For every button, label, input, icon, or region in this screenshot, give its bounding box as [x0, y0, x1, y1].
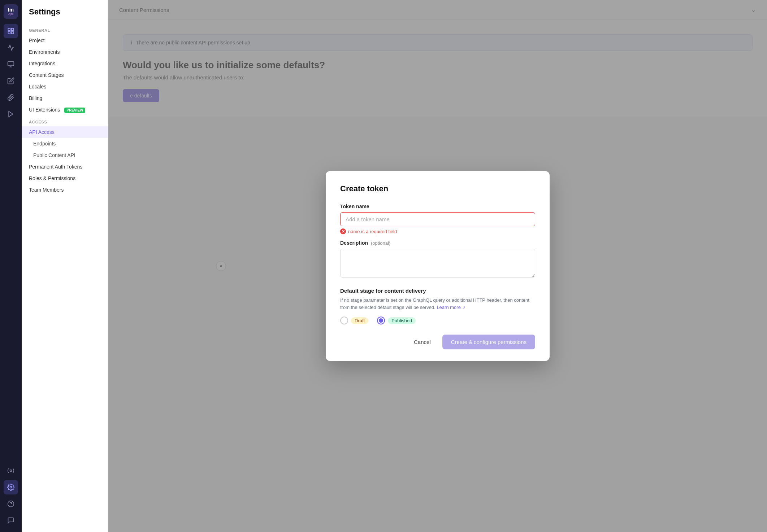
create-token-dialog: Create token Token name ✕ name is a requ… [326, 171, 550, 361]
access-section-label: ACCESS [22, 115, 108, 126]
sidebar-item-api-access[interactable]: API Access [22, 126, 108, 138]
stage-section-label: Default stage for content delivery [340, 288, 535, 294]
error-message-container: ✕ name is a required field [340, 228, 535, 234]
preview-badge: PREVIEW [64, 108, 85, 113]
sidebar-item-endpoints[interactable]: Endpoints [22, 138, 108, 149]
sidebar-item-play[interactable] [4, 107, 18, 121]
error-icon: ✕ [340, 228, 346, 234]
learn-more-link[interactable]: Learn more ↗ [437, 305, 465, 310]
sidebar-item-locales[interactable]: Locales [22, 81, 108, 92]
sidebar-item-permanent-auth-tokens[interactable]: Permanent Auth Tokens [22, 161, 108, 173]
sidebar-item-clip[interactable] [4, 90, 18, 105]
app-logo[interactable]: Im ◁M [4, 4, 18, 19]
sidebar-item-settings-icon[interactable] [4, 480, 18, 494]
sidebar: Settings GENERAL Project Environments In… [22, 0, 108, 532]
sidebar-item-content-model[interactable] [4, 24, 18, 38]
svg-point-8 [10, 470, 12, 472]
svg-rect-3 [12, 32, 14, 34]
sidebar-item-media[interactable] [4, 57, 18, 71]
description-optional: (optional) [371, 240, 390, 246]
svg-rect-0 [8, 29, 10, 31]
draft-badge: Draft [351, 317, 368, 324]
sidebar-item-help-icon[interactable] [4, 497, 18, 511]
sidebar-item-roles-permissions[interactable]: Roles & Permissions [22, 173, 108, 184]
published-radio-option[interactable]: Published [377, 317, 416, 324]
sidebar-item-integrations-icon[interactable] [4, 463, 18, 478]
description-input[interactable] [340, 249, 535, 278]
svg-marker-7 [9, 112, 13, 117]
stage-radio-group: Draft Published [340, 317, 535, 324]
sidebar-item-team-members[interactable]: Team Members [22, 184, 108, 196]
dialog-footer: Cancel Create & configure permissions [340, 335, 535, 349]
logo-text: Im [8, 7, 14, 12]
modal-overlay[interactable]: Create token Token name ✕ name is a requ… [108, 0, 767, 532]
token-name-label: Token name [340, 204, 535, 209]
error-text: name is a required field [348, 229, 397, 234]
sidebar-item-content[interactable] [4, 40, 18, 55]
description-label: Description (optional) [340, 240, 535, 246]
general-section-label: GENERAL [22, 24, 108, 35]
cancel-button[interactable]: Cancel [407, 335, 438, 349]
published-radio-circle[interactable] [377, 317, 385, 324]
svg-rect-2 [8, 32, 10, 34]
token-name-input[interactable] [340, 212, 535, 226]
sidebar-item-ui-extensions[interactable]: UI Extensions PREVIEW [22, 104, 108, 115]
create-configure-button[interactable]: Create & configure permissions [442, 335, 535, 349]
sidebar-item-public-content-api[interactable]: Public Content API [22, 149, 108, 161]
sidebar-item-integrations[interactable]: Integrations [22, 58, 108, 69]
settings-title: Settings [22, 7, 108, 24]
external-link-icon: ↗ [462, 305, 465, 310]
published-badge: Published [388, 317, 416, 324]
stage-description: If no stage parameter is set on the Grap… [340, 297, 535, 311]
icon-bar: Im ◁M [0, 0, 22, 532]
main-content: Content Permissions ⌄ ℹ There are no pub… [108, 0, 767, 532]
svg-rect-1 [12, 29, 14, 31]
sidebar-item-project[interactable]: Project [22, 35, 108, 46]
sidebar-item-edit[interactable] [4, 74, 18, 88]
logo-sub: ◁M [8, 12, 14, 16]
sidebar-item-billing[interactable]: Billing [22, 92, 108, 104]
sidebar-item-environments[interactable]: Environments [22, 46, 108, 58]
svg-rect-4 [8, 62, 14, 66]
svg-point-9 [10, 487, 12, 488]
draft-radio-circle[interactable] [340, 317, 348, 324]
sidebar-item-chat-icon[interactable] [4, 513, 18, 528]
sidebar-item-content-stages[interactable]: Content Stages [22, 69, 108, 81]
draft-radio-option[interactable]: Draft [340, 317, 368, 324]
dialog-title: Create token [340, 184, 535, 193]
